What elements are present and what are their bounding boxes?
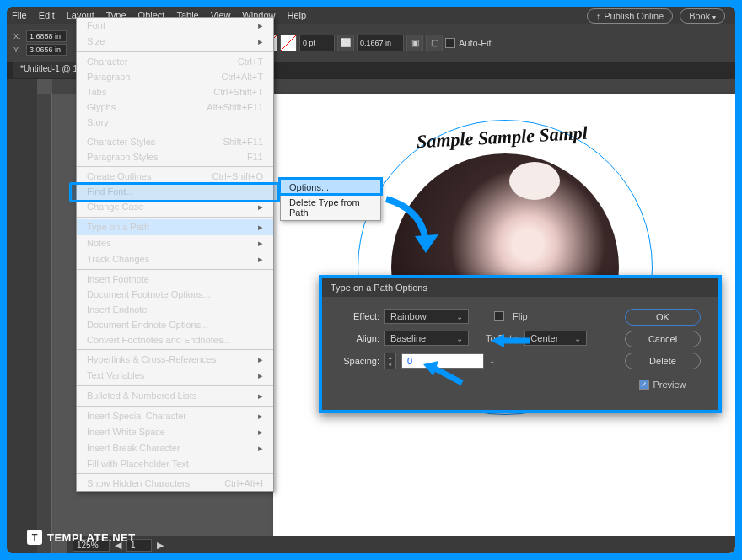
preview-label: Preview bbox=[653, 380, 686, 390]
stroke-weight-field[interactable] bbox=[299, 35, 335, 51]
menu-item-glyphs[interactable]: GlyphsAlt+Shift+F11 bbox=[77, 100, 273, 115]
menu-item-insert-special-char[interactable]: Insert Special Character bbox=[77, 408, 273, 424]
highlight-options bbox=[278, 177, 383, 196]
y-field[interactable] bbox=[26, 44, 67, 56]
ok-button[interactable]: OK bbox=[625, 309, 701, 326]
menu-item-paragraph-styles[interactable]: Paragraph StylesF11 bbox=[77, 149, 273, 164]
top-right-controls: ↑Publish Online Book ▾ bbox=[587, 8, 725, 24]
align-select[interactable]: Baseline bbox=[384, 331, 469, 346]
menu-item-fill-placeholder[interactable]: Fill with Placeholder Text bbox=[77, 456, 273, 471]
menu-item-find-font[interactable]: Find Font... bbox=[77, 184, 273, 199]
delete-button[interactable]: Delete bbox=[625, 353, 701, 369]
stroke-none-icon[interactable] bbox=[280, 35, 297, 51]
menu-item-show-hidden[interactable]: Show Hidden CharactersCtrl+Alt+I bbox=[77, 476, 273, 491]
menu-item-size[interactable]: Size bbox=[77, 34, 273, 50]
menu-item-notes[interactable]: Notes bbox=[77, 235, 273, 251]
corner-size-field[interactable] bbox=[357, 35, 404, 51]
fit-icon[interactable]: ▣ bbox=[406, 35, 423, 51]
tool-sidebar[interactable] bbox=[7, 79, 37, 553]
menu-item-track-changes[interactable]: Track Changes bbox=[77, 251, 273, 267]
menu-item-create-outlines[interactable]: Create OutlinesCtrl+Shift+O bbox=[77, 169, 273, 184]
dialog-title: Type on a Path Options bbox=[322, 278, 718, 297]
type-menu-dropdown: Font Size CharacterCtrl+T ParagraphCtrl+… bbox=[76, 17, 274, 492]
book-dropdown[interactable]: Book ▾ bbox=[680, 8, 725, 24]
fit2-icon[interactable]: ▢ bbox=[426, 35, 443, 51]
menu-item-font[interactable]: Font bbox=[77, 18, 273, 34]
annotation-arrow-curve bbox=[379, 192, 447, 261]
menu-item-text-variables[interactable]: Text Variables bbox=[77, 368, 273, 384]
menu-item-insert-break[interactable]: Insert Break Character bbox=[77, 440, 273, 456]
menu-item-change-case[interactable]: Change Case bbox=[77, 199, 273, 215]
publish-online-button[interactable]: ↑Publish Online bbox=[587, 8, 673, 24]
spacing-stepper[interactable]: ▴▾ bbox=[384, 353, 396, 369]
menu-item-insert-endnote: Insert Endnote bbox=[77, 302, 273, 317]
preview-checkbox[interactable] bbox=[639, 380, 649, 390]
menu-item-bulleted-lists[interactable]: Bulleted & Numbered Lists bbox=[77, 388, 273, 404]
y-label: Y: bbox=[13, 46, 24, 54]
menu-edit[interactable]: Edit bbox=[39, 10, 55, 20]
flip-label: Flip bbox=[513, 311, 528, 321]
menu-item-character-styles[interactable]: Character StylesShift+F11 bbox=[77, 134, 273, 149]
flip-checkbox[interactable] bbox=[494, 311, 504, 321]
menu-item-doc-footnote-options[interactable]: Document Footnote Options... bbox=[77, 287, 273, 302]
menu-file[interactable]: File bbox=[12, 10, 27, 20]
effect-select[interactable]: Rainbow bbox=[384, 309, 469, 324]
watermark: T TEMPLATE.NET bbox=[27, 530, 136, 545]
menu-item-type-on-path[interactable]: Type on a Path bbox=[77, 219, 273, 235]
menu-help[interactable]: Help bbox=[287, 10, 306, 20]
align-label: Align: bbox=[334, 333, 379, 343]
menu-item-convert-notes[interactable]: Convert Footnotes and Endnotes... bbox=[77, 332, 273, 347]
x-label: X: bbox=[13, 32, 24, 40]
topath-select[interactable]: Center bbox=[524, 331, 587, 346]
menu-item-paragraph[interactable]: ParagraphCtrl+Alt+T bbox=[77, 69, 273, 84]
page-nav-next[interactable]: ▶ bbox=[157, 540, 164, 551]
menu-item-hyperlinks[interactable]: Hyperlinks & Cross-References bbox=[77, 352, 273, 368]
autofit-checkbox[interactable] bbox=[445, 38, 455, 48]
corner-icon[interactable]: ⬜ bbox=[337, 35, 354, 51]
menu-item-story[interactable]: Story bbox=[77, 115, 273, 130]
watermark-text: TEMPLATE.NET bbox=[47, 531, 136, 544]
spacing-label: Spacing: bbox=[334, 356, 379, 366]
status-bar: ◀ ▶ bbox=[67, 536, 735, 553]
menu-item-character[interactable]: CharacterCtrl+T bbox=[77, 54, 273, 69]
x-field[interactable] bbox=[26, 30, 67, 42]
cancel-button[interactable]: Cancel bbox=[625, 331, 701, 347]
menu-item-doc-endnote-options[interactable]: Document Endnote Options... bbox=[77, 317, 273, 332]
effect-label: Effect: bbox=[334, 311, 379, 321]
menu-item-insert-footnote: Insert Footnote bbox=[77, 272, 273, 287]
submenu-delete: Delete Type from Path bbox=[281, 195, 380, 220]
vertical-ruler[interactable] bbox=[37, 94, 52, 553]
menu-item-tabs[interactable]: TabsCtrl+Shift+T bbox=[77, 84, 273, 100]
menu-item-insert-whitespace[interactable]: Insert White Space bbox=[77, 424, 273, 440]
annotation-arrow-spacing bbox=[422, 361, 464, 386]
annotation-arrow-align bbox=[489, 332, 531, 349]
watermark-icon: T bbox=[27, 530, 42, 545]
